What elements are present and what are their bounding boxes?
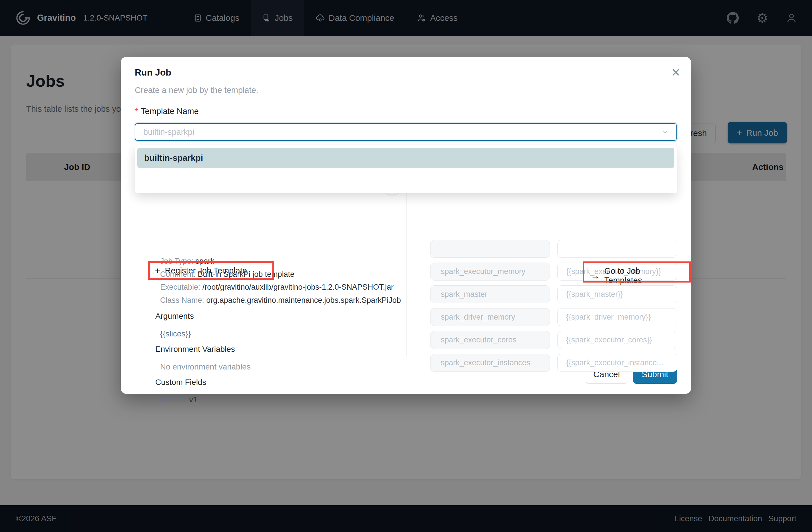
env-empty-text: No environment variables [160,362,251,372]
template-dropdown: builtin-sparkpi + Register Job Template … [135,145,677,193]
required-asterisk: * [135,107,138,116]
template-name-label: *Template Name [135,107,199,116]
template-name-select[interactable]: builtin-sparkpi [135,123,677,141]
dropdown-option-builtin-sparkpi[interactable]: builtin-sparkpi [137,148,675,168]
param-value-field[interactable] [557,240,677,258]
annotation-box-register [148,261,274,280]
close-icon[interactable]: ✕ [669,66,683,79]
panel-divider [406,187,407,356]
param-value-field[interactable]: {{spark_driver_memory}} [557,308,677,326]
detail-executable: Executable: /root/gravitino/auxlib/gravi… [160,283,393,292]
param-value-field[interactable]: {{spark_executor_instance... [557,354,677,372]
env-section-label: Environment Variables [155,345,235,354]
run-job-modal: ✕ Run Job Create a new job by the templa… [121,57,691,394]
chevron-down-icon [662,128,669,136]
custom-fields-section-label: Custom Fields [155,378,206,387]
modal-subtitle: Create a new job by the template. [135,85,258,95]
param-value-field[interactable]: {{spark_master}} [557,285,677,303]
custom-field-version: version: v1 [160,395,198,404]
select-placeholder: builtin-sparkpi [143,127,194,137]
param-name-field: spark_executor_memory [430,263,550,281]
param-name-field: spark_executor_cores [430,331,550,349]
param-value-field[interactable]: {{spark_executor_cores}} [557,331,677,349]
param-name-field: spark_executor_instances [430,354,550,372]
modal-title: Run Job [135,67,171,78]
arguments-section-label: Arguments [155,312,194,321]
detail-class-name: Class Name: org.apache.gravitino.mainten… [160,296,401,305]
arguments-value: {{slices}} [160,329,191,338]
param-name-field [430,240,550,258]
param-name-field: spark_driver_memory [430,308,550,326]
param-name-field: spark_master [430,285,550,303]
annotation-box-goto [583,262,691,282]
